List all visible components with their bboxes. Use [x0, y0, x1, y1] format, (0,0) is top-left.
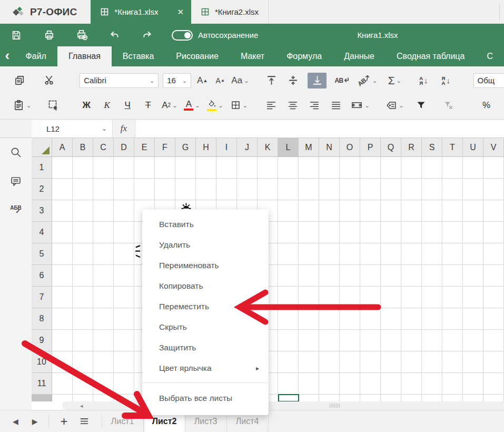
ribbon-tab[interactable]: Рисование	[165, 46, 230, 66]
context-menu-item[interactable]: Вставить	[142, 214, 269, 234]
column-header[interactable]: I	[216, 138, 237, 157]
column-header[interactable]: L	[278, 138, 299, 157]
prev-sheet-icon[interactable]: ◀	[13, 417, 18, 426]
context-menu-item[interactable]: Цвет ярлычка ▸	[142, 358, 269, 378]
column-header[interactable]: A	[52, 138, 73, 157]
formula-input[interactable]	[135, 120, 504, 138]
named-ranges-button[interactable]: ⌄	[386, 97, 403, 113]
underline-button[interactable]: Ч	[121, 97, 134, 113]
ribbon-tab[interactable]: С	[476, 46, 504, 66]
sort-descending-button[interactable]: ЯА↓	[442, 76, 450, 85]
chevron-down-icon[interactable]: ⌄	[102, 127, 107, 130]
select-all-corner[interactable]	[32, 138, 52, 157]
ribbon-tab[interactable]: Главная	[57, 46, 112, 66]
redo-button[interactable]	[140, 28, 154, 42]
bold-button[interactable]: Ж	[80, 97, 93, 113]
column-header[interactable]: F	[155, 138, 175, 157]
row-header[interactable]: 1	[32, 157, 52, 179]
context-menu-item[interactable]: Выбрать все листы	[142, 388, 269, 408]
font-size-select[interactable]: 16⌄	[163, 73, 191, 88]
column-header[interactable]: R	[401, 138, 422, 157]
column-header[interactable]: C	[93, 138, 114, 157]
column-header[interactable]: M	[299, 138, 319, 157]
active-cell-outline[interactable]	[278, 394, 299, 402]
search-icon[interactable]	[8, 145, 23, 160]
chevron-down-icon[interactable]: ⌄	[219, 104, 223, 107]
align-left-button[interactable]	[264, 97, 278, 113]
filter-button[interactable]	[414, 97, 428, 113]
context-menu-item[interactable]	[142, 382, 269, 383]
autosum-button[interactable]: Σ⌄	[388, 73, 401, 89]
row-header[interactable]: 10	[32, 351, 52, 373]
add-sheet-button[interactable]: +	[61, 416, 68, 427]
column-header[interactable]: U	[463, 138, 483, 157]
justify-button[interactable]	[329, 97, 343, 113]
row-header-selected-partial[interactable]	[32, 395, 52, 401]
chevron-down-icon[interactable]: ⌄	[364, 104, 369, 107]
document-tab[interactable]: *Книга2.xlsx	[191, 0, 269, 24]
horizontal-scrollbar[interactable]: ◂	[62, 401, 504, 410]
row-header[interactable]: 6	[32, 265, 52, 287]
paste-button[interactable]: ⌄	[13, 97, 31, 113]
autosave-toggle[interactable]: Автосохранение	[172, 30, 258, 41]
increase-font-button[interactable]: А▲	[195, 73, 209, 89]
quick-print-button[interactable]	[75, 28, 88, 42]
clear-filter-button[interactable]	[442, 97, 456, 113]
borders-button[interactable]: ⌄	[230, 97, 248, 113]
column-header[interactable]: T	[442, 138, 463, 157]
row-header[interactable]: 4	[32, 222, 52, 243]
chevron-down-icon[interactable]: ⌄	[26, 104, 31, 107]
row-header[interactable]: 2	[32, 179, 52, 200]
row-header[interactable]: 7	[32, 287, 52, 308]
column-header[interactable]: V	[483, 138, 504, 157]
context-menu-item[interactable]: Скрыть	[142, 317, 269, 337]
row-header[interactable]: 11	[32, 373, 52, 395]
sort-ascending-button[interactable]: АЯ↓	[419, 76, 428, 85]
column-header[interactable]: E	[134, 138, 155, 157]
toggle-switch-on[interactable]	[172, 30, 193, 41]
row-header[interactable]: 3	[32, 200, 52, 222]
percent-style-button[interactable]: %	[480, 97, 493, 113]
text-orientation-button[interactable]: AB⌄	[357, 73, 378, 89]
column-header[interactable]: P	[360, 138, 381, 157]
save-button[interactable]	[9, 28, 23, 42]
chevron-down-icon[interactable]: ⌄	[182, 79, 187, 82]
number-format-select[interactable]: Общ	[473, 73, 504, 88]
ribbon-tab[interactable]: Файл	[15, 46, 57, 66]
row-header[interactable]: 9	[32, 330, 52, 351]
cut-button[interactable]	[42, 73, 56, 89]
column-header[interactable]: H	[196, 138, 216, 157]
ribbon-tab[interactable]: Формула	[275, 46, 333, 66]
context-menu-item[interactable]: Удалить	[142, 234, 269, 255]
context-menu-item[interactable]: Копировать	[142, 276, 269, 296]
wrap-text-button[interactable]: AB	[334, 73, 349, 89]
merge-cells-button[interactable]: ⌄	[351, 97, 369, 113]
sheet-tab[interactable]: Лист1	[102, 410, 144, 432]
decrease-font-button[interactable]: А▲	[213, 73, 227, 89]
spellcheck-icon[interactable]: АБВ ✓	[8, 203, 23, 218]
collapse-ribbon-chevron-icon[interactable]: ‹	[0, 46, 15, 66]
column-header[interactable]: Q	[381, 138, 401, 157]
chevron-down-icon[interactable]: ⌄	[150, 79, 154, 82]
align-bottom-button[interactable]	[308, 73, 327, 89]
column-header[interactable]: G	[175, 138, 196, 157]
print-button[interactable]	[42, 28, 56, 42]
scroll-left-icon[interactable]: ◂	[80, 402, 83, 409]
undo-button[interactable]	[107, 28, 121, 42]
cell-name-box[interactable]: L12 ⌄	[41, 120, 112, 138]
copy-button[interactable]	[13, 73, 26, 89]
column-header[interactable]: J	[237, 138, 258, 157]
strikethrough-button[interactable]: Т	[141, 97, 155, 113]
align-right-button[interactable]	[308, 97, 321, 113]
column-header[interactable]: N	[319, 138, 340, 157]
column-header[interactable]: B	[73, 138, 93, 157]
chevron-down-icon[interactable]: ⌄	[397, 79, 401, 82]
chevron-down-icon[interactable]: ⌄	[372, 79, 377, 82]
chevron-down-icon[interactable]: ⌄	[244, 79, 249, 82]
context-menu-item[interactable]: Переименовать	[142, 255, 269, 276]
align-middle-button[interactable]	[286, 73, 300, 89]
next-sheet-icon[interactable]: ▶	[32, 417, 38, 426]
ribbon-tab[interactable]: Вставка	[112, 46, 165, 66]
close-icon[interactable]: ✕	[177, 7, 184, 17]
subscript-button[interactable]: А2⌄	[162, 97, 177, 113]
